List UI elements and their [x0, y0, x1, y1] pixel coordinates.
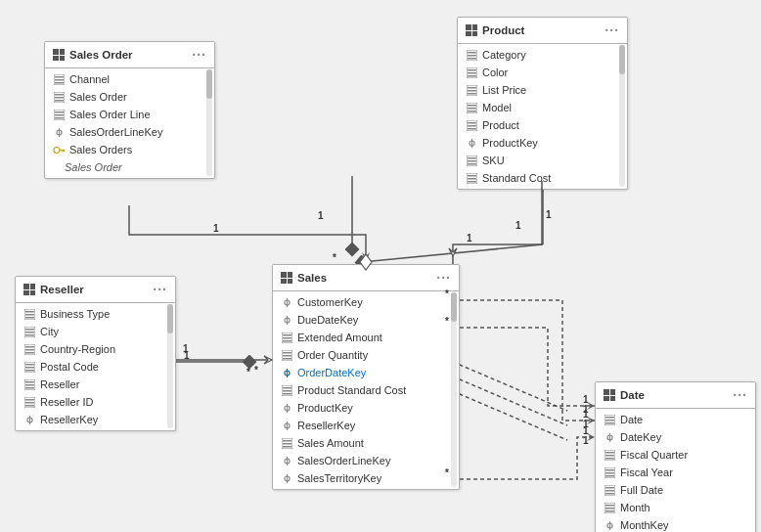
row-list-price: List Price: [458, 81, 627, 99]
svg-rect-33: [468, 69, 476, 71]
table-sales-order-menu[interactable]: ···: [192, 47, 206, 63]
svg-rect-72: [25, 370, 34, 372]
label-reseller-id: Reseller ID: [40, 396, 93, 408]
col-icon-so: [53, 91, 65, 103]
col-icon-cr: [23, 343, 35, 355]
svg-rect-58: [25, 311, 34, 313]
row-fiscal-quarter: Fiscal Quarter: [596, 446, 755, 464]
table-sales-order: Sales Order ··· Channel Sales Order: [44, 41, 215, 179]
table-reseller: Reseller ··· Business Type City Country-…: [15, 276, 176, 431]
svg-rect-125: [605, 510, 614, 512]
chain-icon-srk: [281, 420, 292, 431]
svg-rect-50: [468, 157, 476, 159]
table-date-menu[interactable]: ···: [733, 387, 747, 403]
svg-rect-34: [468, 72, 476, 74]
label-sales-productkey: ProductKey: [297, 402, 353, 414]
table-sales-menu[interactable]: ···: [436, 270, 451, 286]
row-salesterritorykey: SalesTerritoryKey: [273, 469, 459, 487]
reseller-scrollbar[interactable]: [167, 304, 173, 428]
row-sku: SKU: [458, 152, 627, 169]
row-orderdatekey: OrderDateKey: [273, 364, 459, 381]
svg-text:1: 1: [546, 209, 552, 220]
label-reseller: Reseller: [40, 378, 79, 390]
col-icon-psc: [281, 384, 292, 396]
label-customerkey: CustomerKey: [297, 296, 363, 308]
col-icon-sc: [466, 172, 477, 184]
col-icon-pc: [23, 361, 35, 373]
row-reseller-id: Reseller ID: [16, 393, 175, 411]
svg-line-9: [453, 377, 567, 425]
svg-rect-124: [605, 508, 614, 510]
svg-line-8: [453, 362, 567, 411]
table-product-title: Product: [482, 24, 524, 36]
table-date-body: Date DateKey Fiscal Quarter Fiscal Year …: [596, 409, 755, 532]
row-salesorderlinekey: SalesOrderLineKey: [273, 452, 459, 469]
row-business-type: Business Type: [16, 305, 175, 323]
svg-rect-113: [605, 458, 614, 460]
svg-rect-60: [25, 317, 34, 319]
col-icon-sa: [281, 437, 292, 449]
svg-rect-75: [25, 384, 34, 386]
row-full-date: Full Date: [596, 481, 755, 499]
svg-text:1: 1: [213, 223, 219, 234]
label-solkey: SalesOrderLineKey: [69, 126, 162, 138]
svg-rect-47: [468, 128, 476, 130]
table-product-menu[interactable]: ···: [604, 22, 619, 38]
label-extended-amount: Extended Amount: [297, 332, 382, 343]
table-product-body: Category Color List Price Model Product: [458, 44, 627, 189]
col-icon-month: [604, 502, 615, 513]
label-model: Model: [482, 102, 512, 113]
svg-rect-76: [25, 387, 34, 389]
label-color: Color: [482, 66, 508, 78]
svg-marker-131: [449, 248, 457, 256]
col-icon-sku: [466, 155, 477, 166]
table-grid-icon: [53, 49, 65, 61]
row-channel: Channel: [45, 70, 214, 88]
row-month: Month: [596, 499, 755, 516]
label-month: Month: [620, 502, 650, 513]
svg-rect-12: [55, 76, 64, 78]
label-sales-order-sub: Sales Order: [65, 161, 122, 173]
table-sales: Sales ··· CustomerKey DueDateKey Extende…: [272, 264, 460, 490]
product-scrollbar[interactable]: [619, 45, 625, 187]
svg-rect-87: [283, 340, 291, 342]
svg-rect-56: [468, 181, 476, 183]
svg-rect-14: [55, 82, 64, 84]
label-sku: SKU: [482, 155, 505, 166]
svg-rect-78: [25, 399, 34, 401]
svg-rect-22: [55, 117, 64, 119]
label-duedatekey: DueDateKey: [297, 314, 358, 326]
svg-rect-108: [605, 422, 614, 424]
row-standard-cost: Standard Cost: [458, 169, 627, 187]
svg-rect-79: [25, 402, 34, 404]
svg-rect-55: [468, 178, 476, 180]
table-reseller-header: Reseller ···: [16, 277, 175, 303]
row-fiscal-year: Fiscal Year: [596, 464, 755, 481]
table-sales-order-title: Sales Order: [69, 49, 133, 61]
sales-order-scrollbar[interactable]: [206, 69, 212, 176]
label-fiscal-year: Fiscal Year: [620, 466, 673, 478]
sales-scrollbar[interactable]: [451, 292, 457, 487]
svg-point-24: [54, 147, 60, 153]
col-icon-prod: [466, 119, 477, 131]
svg-rect-90: [283, 355, 291, 357]
label-product: Product: [482, 119, 519, 131]
col-icon-cat: [466, 49, 477, 61]
label-sales-resellerkey: ResellerKey: [297, 420, 355, 431]
label-business-type: Business Type: [40, 308, 110, 320]
chain-icon-ddk: [281, 314, 292, 326]
chain-icon-prodkey: [466, 137, 477, 149]
svg-rect-45: [468, 122, 476, 124]
card-date-1a: 1: [583, 404, 589, 415]
row-city: City: [16, 323, 175, 340]
svg-rect-38: [468, 90, 476, 92]
table-reseller-menu[interactable]: ···: [153, 282, 167, 297]
table-reseller-title: Reseller: [40, 284, 84, 295]
svg-rect-91: [283, 358, 291, 360]
chain-icon-custkey: [281, 296, 292, 308]
svg-rect-66: [25, 346, 34, 348]
svg-rect-41: [468, 105, 476, 107]
svg-rect-112: [605, 455, 614, 457]
svg-rect-51: [468, 160, 476, 162]
table-date: Date ··· Date DateKey Fiscal Quarter Fis: [595, 381, 756, 532]
